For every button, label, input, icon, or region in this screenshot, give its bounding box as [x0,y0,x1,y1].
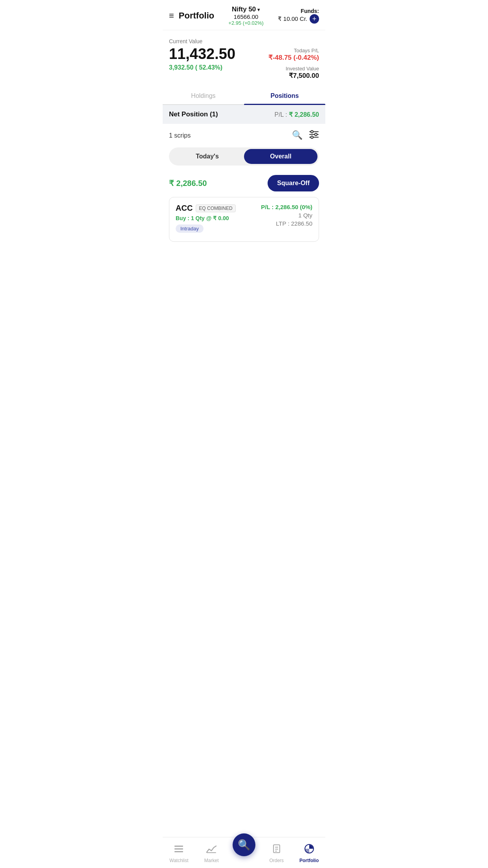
invested-value-label: Invested Value [268,66,319,72]
card-pl-pct: (0%) [300,204,312,210]
buy-label: Buy : [176,215,189,221]
app-header: ≡ Portfolio Nifty 50 ▾ 16566.00 +2.95 (+… [163,0,325,30]
time-toggle: Today's Overall [169,147,319,166]
funds-label: Funds: [278,8,319,14]
intraday-badge: Intraday [176,224,204,233]
pl-value: 2,286.50 [176,179,207,188]
overall-pl-amount: ₹ 2,286.50 [169,178,207,188]
card-ltp: LTP : 2286.50 [261,220,312,227]
card-pl: P/L : 2,286.50 (0%) [261,204,312,210]
net-pl-value: 2,286.50 [295,111,319,118]
card-right: P/L : 2,286.50 (0%) 1 Qty LTP : 2286.50 [261,204,312,227]
portfolio-tabs: Holdings Positions [163,88,325,105]
net-position-pl: P/L : ₹ 2,286.50 [275,111,319,118]
nifty-value: 16566.00 [228,13,264,20]
nifty-change: +2.95 (+0.02%) [228,20,264,26]
current-value-label: Current Value [169,38,319,44]
card-pl-value: 2,286.50 [275,204,298,210]
tab-holdings[interactable]: Holdings [163,88,244,104]
tab-positions[interactable]: Positions [244,88,325,104]
card-top: ACC EQ COMBINED Buy : 1 Qty @ ₹ 0.00 Int… [176,204,312,233]
card-qty: 1 Qty [261,212,312,219]
pl-currency: ₹ [169,179,176,188]
search-icon[interactable]: 🔍 [292,130,303,141]
buy-info: Buy : 1 Qty @ ₹ 0.00 [176,215,236,221]
scrips-header: 1 scrips 🔍 [163,124,325,144]
stock-type-badge: EQ COMBINED [196,204,235,212]
svg-point-3 [311,131,313,133]
scrips-actions: 🔍 [292,130,319,141]
cv-main-right: Todays P/L ₹-48.75 (-0.42%) Invested Val… [268,46,319,80]
pl-squareoff-row: ₹ 2,286.50 Square-Off [163,172,325,197]
nifty-name: Nifty 50 [232,6,256,13]
current-value-gain: 3,932.50 ( 52.43%) [169,64,235,71]
net-position-title: Net Position (1) [169,110,218,118]
card-left: ACC EQ COMBINED Buy : 1 Qty @ ₹ 0.00 Int… [176,204,236,233]
funds-section: Funds: ₹ 10.00 Cr. + [278,8,319,24]
net-pl-label: P/L : [275,111,287,118]
add-funds-button[interactable]: + [310,14,319,24]
svg-point-5 [311,136,313,138]
scrips-count: 1 scrips [169,132,191,139]
buy-qty-price: 1 Qty @ ₹ 0.00 [191,215,229,221]
hamburger-icon[interactable]: ≡ [169,11,174,21]
ltp-value: 2286.50 [291,220,312,227]
toggle-overall[interactable]: Overall [244,149,317,164]
svg-point-4 [315,133,317,136]
todays-pl-label: Todays P/L [268,48,319,53]
toggle-todays[interactable]: Today's [171,149,244,164]
header-left: ≡ Portfolio [169,11,214,21]
filter-icon[interactable] [309,130,319,141]
square-off-button[interactable]: Square-Off [268,175,319,191]
funds-amount: ₹ 10.00 Cr. [278,15,307,22]
position-card[interactable]: ACC EQ COMBINED Buy : 1 Qty @ ₹ 0.00 Int… [169,197,319,242]
todays-pl-value: ₹-48.75 (-0.42%) [268,53,319,62]
nifty-section: Nifty 50 ▾ 16566.00 +2.95 (+0.02%) [228,6,264,26]
net-position-bar: Net Position (1) P/L : ₹ 2,286.50 [163,105,325,124]
cv-main-left: 11,432.50 3,932.50 ( 52.43%) [169,46,235,71]
current-value-amount: 11,432.50 [169,46,235,63]
invested-value-amount: ₹7,500.00 [268,72,319,80]
stock-name: ACC [176,204,193,213]
card-pl-label: P/L : [261,204,273,210]
ltp-label: LTP : [276,220,289,227]
stock-name-row: ACC EQ COMBINED [176,204,236,213]
net-pl-currency: ₹ [289,111,293,118]
page-title: Portfolio [179,11,214,21]
nifty-dropdown-icon[interactable]: ▾ [257,7,260,13]
current-value-section: Current Value 11,432.50 3,932.50 ( 52.43… [163,30,325,85]
